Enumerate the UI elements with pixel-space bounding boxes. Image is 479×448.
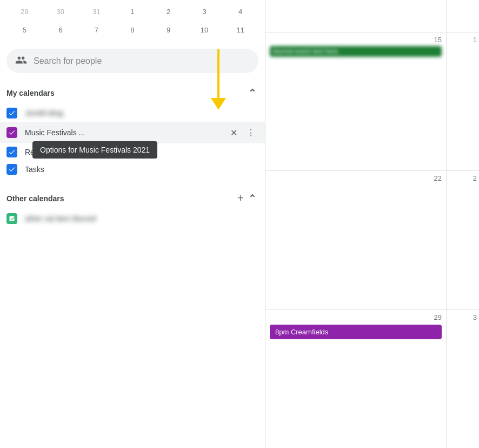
- other-calendar-name-blurred: other cal item blurred: [25, 214, 96, 223]
- day-number-22: 22: [270, 174, 442, 182]
- mini-cal-cell: 29: [15, 4, 34, 19]
- calendar-name-music-festivals: Music Festivals ...: [25, 128, 226, 137]
- cal-cell-right-2: 2: [447, 171, 479, 309]
- add-other-calendar-icon[interactable]: +: [235, 190, 246, 207]
- people-icon: [15, 54, 27, 68]
- cal-cell-right-1: 1: [447, 32, 479, 170]
- calendar-checkbox-music-festivals[interactable]: [6, 127, 17, 138]
- mini-cal-cell: 31: [87, 4, 106, 19]
- cal-cell-15: 15 blurred event text here: [265, 32, 447, 170]
- collapse-my-calendars-icon[interactable]: ⌃: [246, 85, 258, 101]
- mini-cal-cell[interactable]: 10: [195, 23, 214, 38]
- calendar-name-blurred-1: Jsmith.blog: [25, 109, 63, 117]
- calendar-name-tasks: Tasks: [25, 165, 258, 174]
- day-number-29: 29: [270, 313, 442, 321]
- calendar-checkbox-reminders[interactable]: [6, 147, 17, 157]
- other-calendar-item-1[interactable]: other cal item blurred: [0, 210, 265, 227]
- event-blurred-15[interactable]: blurred event text here: [270, 46, 442, 57]
- yellow-arrow: [211, 49, 226, 110]
- calendar-header-row: [265, 0, 479, 32]
- mini-cal-cell[interactable]: 9: [159, 23, 178, 38]
- mini-cal-row-2: 5 6 7 8 9 10 11: [6, 23, 258, 38]
- mini-cal-cell[interactable]: 2: [159, 4, 178, 19]
- collapse-other-calendars-icon[interactable]: ⌃: [246, 190, 258, 207]
- mini-cal-cell[interactable]: 1: [123, 4, 142, 19]
- mini-cal-cell: 30: [51, 4, 70, 19]
- calendar-checkbox-1[interactable]: [6, 108, 17, 118]
- calendar-checkbox-tasks[interactable]: [6, 164, 17, 175]
- calendar-item-reminders[interactable]: Reminders: [0, 143, 265, 161]
- sidebar: 29 30 31 1 2 3 4 5 6 7 8 9 10 11 Search …: [0, 0, 265, 448]
- day-number-right-1: 1: [449, 36, 477, 44]
- event-creamfields[interactable]: 8pm Creamfields: [270, 325, 442, 339]
- mini-cal-cell[interactable]: 4: [231, 4, 250, 19]
- mini-cal-cell[interactable]: 7: [87, 23, 106, 38]
- day-number-right-3: 3: [449, 313, 477, 321]
- cal-cell-29: 29 8pm Creamfields: [265, 310, 447, 448]
- search-placeholder: Search for people: [34, 56, 102, 66]
- calendar-item-1[interactable]: Jsmith.blog: [0, 104, 265, 122]
- other-calendars-label: Other calendars: [6, 194, 235, 203]
- mini-cal-cell[interactable]: 3: [195, 4, 214, 19]
- other-calendars-header: Other calendars + ⌃: [0, 187, 265, 210]
- mini-cal-cell[interactable]: 5: [15, 23, 34, 38]
- calendar-actions-music-festivals: ✕ ⋮: [226, 125, 258, 140]
- more-options-button[interactable]: ⋮: [243, 125, 258, 140]
- arrow-line: [217, 49, 219, 98]
- cal-header-right: [447, 0, 479, 32]
- calendar-week-row-2: 22 2: [265, 171, 479, 309]
- cal-cell-right-3: 3: [447, 310, 479, 448]
- calendar-week-row-3: 29 8pm Creamfields 3: [265, 310, 479, 448]
- mini-cal-cell[interactable]: 6: [51, 23, 70, 38]
- day-number-right-2: 2: [449, 174, 477, 182]
- calendar-week-row-1: 15 blurred event text here 1: [265, 32, 479, 171]
- cal-cell-22: 22: [265, 171, 447, 309]
- calendar-item-music-festivals[interactable]: Music Festivals ... ✕ ⋮ Options for Musi…: [0, 122, 265, 143]
- other-calendar-icon: [6, 213, 17, 224]
- remove-calendar-button[interactable]: ✕: [226, 125, 241, 140]
- calendar-main-area: 15 blurred event text here 1 22 2 29 8pm…: [265, 0, 479, 448]
- mini-cal-cell[interactable]: 11: [231, 23, 250, 38]
- calendar-name-reminders: Reminders: [25, 148, 258, 156]
- day-number-15: 15: [270, 36, 442, 44]
- my-calendars-label: My calendars: [6, 89, 246, 97]
- cal-header-main: [265, 0, 447, 32]
- mini-cal-cell[interactable]: 8: [123, 23, 142, 38]
- mini-cal-row-1: 29 30 31 1 2 3 4: [6, 4, 258, 19]
- mini-calendar: 29 30 31 1 2 3 4 5 6 7 8 9 10 11: [0, 0, 265, 43]
- calendar-item-tasks[interactable]: Tasks: [0, 161, 265, 178]
